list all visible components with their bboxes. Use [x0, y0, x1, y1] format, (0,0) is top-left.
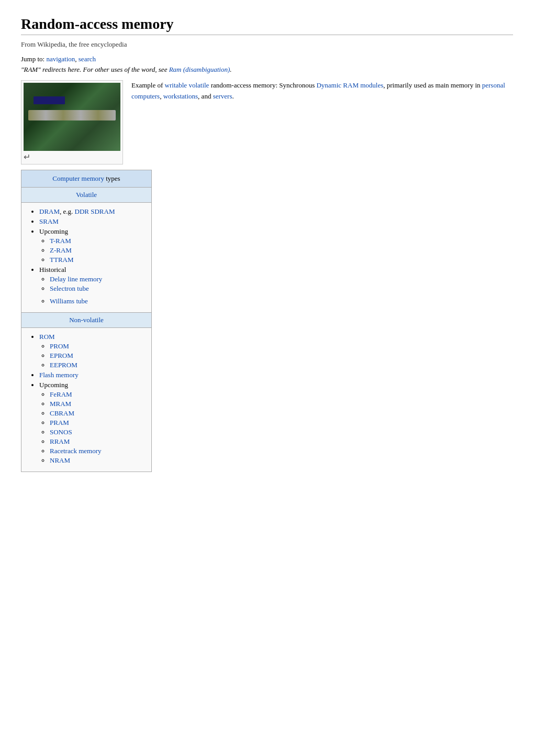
list-item: Flash memory [39, 371, 144, 379]
list-item: CBRAM [50, 409, 144, 418]
volatile-link-header[interactable]: Volatile [76, 191, 97, 199]
ddr-sdram-link[interactable]: DDR SDRAM [75, 207, 115, 215]
nonvolatile-link-header[interactable]: Non-volatile [69, 316, 104, 324]
desc-rest1: random-access memory: Synchronous [209, 81, 316, 89]
pram-link[interactable]: PRAM [50, 419, 69, 426]
source-label: From Wikipedia, the free encyclopedia [21, 40, 513, 49]
upcoming-sublist: T-RAM Z-RAM TTRAM [39, 237, 144, 264]
nonvolatile-body: ROM PROM EPROM EEPROM Flash memory Upcom… [21, 328, 151, 472]
list-item: MRAM [50, 400, 144, 408]
nram-link[interactable]: NRAM [50, 456, 70, 464]
description-text: Example of writable volatile random-acce… [131, 80, 513, 102]
list-item: Upcoming T-RAM Z-RAM TTRAM [39, 227, 144, 264]
volatile-link[interactable]: volatile [188, 81, 209, 89]
table-header: Computer memory types [21, 170, 151, 188]
upcoming-nonvol-label: Upcoming [39, 381, 68, 389]
cbram-link[interactable]: CBRAM [50, 409, 74, 417]
list-item: Z-RAM [50, 246, 144, 255]
list-item: PRAM [50, 419, 144, 427]
list-item: Delay line memory [50, 275, 144, 283]
list-item: SRAM [39, 217, 144, 226]
list-item: Williams tube [50, 297, 144, 305]
prom-link[interactable]: PROM [50, 342, 69, 350]
jump-to-label: Jump to: [21, 55, 46, 63]
mram-link[interactable]: MRAM [50, 400, 71, 408]
volatile-body: DRAM, e.g. DDR SDRAM SRAM Upcoming T-RAM… [21, 203, 151, 312]
table-header-suffix: types [106, 174, 120, 182]
ram-image [24, 83, 120, 151]
writable-link[interactable]: writable [165, 81, 187, 89]
list-item: PROM [50, 342, 144, 350]
workstations-link[interactable]: workstations [163, 92, 198, 100]
list-item: SONOS [50, 428, 144, 436]
navigation-link[interactable]: navigation [46, 55, 75, 63]
list-item: TTRAM [50, 256, 144, 264]
historical-sublist: Delay line memory Selectron tube William… [39, 275, 144, 305]
image-enlarge-icon[interactable]: ↵ [24, 152, 120, 162]
list-item: DRAM, e.g. DDR SDRAM [39, 207, 144, 216]
ram-note-text: "RAM" redirects here. For other uses of … [21, 65, 169, 73]
upcoming-label: Upcoming [39, 227, 68, 235]
list-item: RRAM [50, 437, 144, 446]
historical-label: Historical [39, 266, 66, 273]
list-item: NRAM [50, 456, 144, 465]
rom-link[interactable]: ROM [39, 333, 55, 341]
list-item: EPROM [50, 352, 144, 360]
jump-to-line: Jump to: navigation, search [21, 55, 513, 63]
volatile-section-header: Volatile [21, 188, 151, 203]
desc-rest2: , primarily used as main memory in [383, 81, 482, 89]
list-item: ROM PROM EPROM EEPROM [39, 333, 144, 369]
ram-image-container: ↵ [21, 80, 123, 165]
list-item: EEPROM [50, 361, 144, 369]
rram-link[interactable]: RRAM [50, 437, 70, 445]
computer-memory-link[interactable]: Computer memory [52, 174, 104, 182]
desc-rest5: . [232, 92, 233, 100]
list-item: Upcoming FeRAM MRAM CBRAM PRAM SONOS RRA… [39, 381, 144, 465]
flash-memory-link[interactable]: Flash memory [39, 371, 79, 379]
ttram-link[interactable]: TTRAM [50, 256, 74, 264]
sram-link[interactable]: SRAM [39, 217, 59, 225]
list-item: Selectron tube [50, 284, 144, 293]
list-item: T-RAM [50, 237, 144, 245]
zram-link[interactable]: Z-RAM [50, 246, 72, 254]
desc-rest4: , and [198, 92, 213, 100]
memory-types-table: Computer memory types Volatile DRAM, e.g… [21, 170, 152, 472]
list-item: Historical Delay line memory Selectron t… [39, 266, 144, 305]
rom-sublist: PROM EPROM EEPROM [39, 342, 144, 369]
volatile-list: DRAM, e.g. DDR SDRAM SRAM Upcoming T-RAM… [29, 207, 144, 305]
dynamic-ram-link[interactable]: Dynamic RAM modules [316, 81, 383, 89]
sonos-link[interactable]: SONOS [50, 428, 72, 436]
williams-tube-link[interactable]: Williams tube [50, 297, 88, 305]
dram-link[interactable]: DRAM [39, 207, 60, 215]
list-item: FeRAM [50, 390, 144, 399]
selectron-tube-link[interactable]: Selectron tube [50, 284, 89, 292]
eprom-link[interactable]: EPROM [50, 352, 73, 359]
desc-example: Example of [131, 81, 165, 89]
racetrack-memory-link[interactable]: Racetrack memory [50, 447, 102, 455]
page-title: Random-access memory [21, 16, 513, 35]
search-link[interactable]: search [79, 55, 96, 63]
ram-disambiguation-link[interactable]: Ram (disambiguation) [169, 65, 230, 73]
list-item: Racetrack memory [50, 447, 144, 455]
tram-link[interactable]: T-RAM [50, 237, 71, 245]
eeprom-link[interactable]: EEPROM [50, 361, 77, 369]
nonvolatile-section-header: Non-volatile [21, 312, 151, 328]
feram-link[interactable]: FeRAM [50, 390, 72, 398]
delay-line-memory-link[interactable]: Delay line memory [50, 275, 102, 283]
nonvolatile-list: ROM PROM EPROM EEPROM Flash memory Upcom… [29, 333, 144, 465]
servers-link[interactable]: servers [213, 92, 232, 100]
ram-redirect-note: "RAM" redirects here. For other uses of … [21, 65, 513, 74]
upcoming-nonvol-sublist: FeRAM MRAM CBRAM PRAM SONOS RRAM Racetra… [39, 390, 144, 465]
